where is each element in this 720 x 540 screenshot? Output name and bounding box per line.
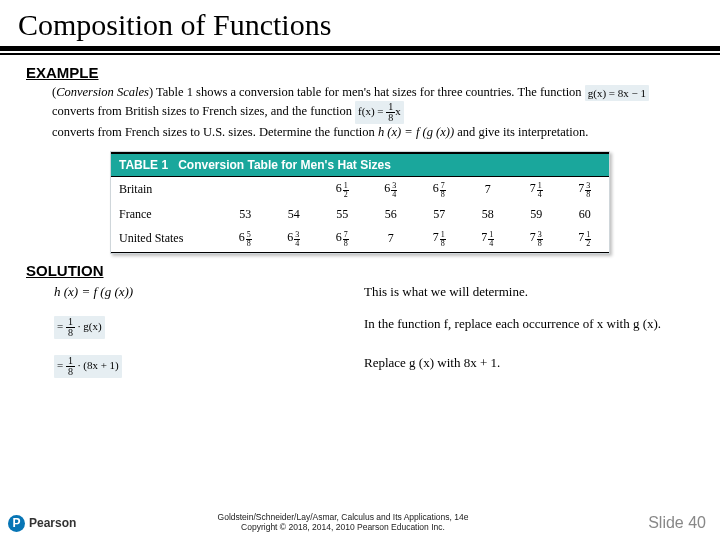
pearson-logo-icon: P bbox=[8, 515, 25, 532]
table-cell: 57 bbox=[415, 203, 464, 226]
table-cell: 59 bbox=[512, 203, 561, 226]
table-cell: 634 bbox=[270, 226, 319, 253]
solution-heading: SOLUTION bbox=[26, 262, 694, 279]
table-cell: 658 bbox=[221, 226, 270, 253]
table-cell: 58 bbox=[464, 203, 513, 226]
problem-tail: and give its interpretation. bbox=[454, 125, 588, 139]
table-caption: TABLE 1 Conversion Table for Men's Hat S… bbox=[111, 152, 609, 176]
title-rules bbox=[0, 46, 720, 56]
table-cell: 714 bbox=[464, 226, 513, 253]
table-cell: 678 bbox=[318, 226, 367, 253]
footer-citation: Goldstein/Schneider/Lay/Asmar, Calculus … bbox=[86, 513, 600, 533]
table-cell: 56 bbox=[367, 203, 416, 226]
row-label: Britain bbox=[111, 176, 221, 203]
table-cell: 60 bbox=[561, 203, 610, 226]
table-cell: 7 bbox=[464, 176, 513, 203]
page-title: Composition of Functions bbox=[18, 8, 702, 42]
table-cell: 718 bbox=[415, 226, 464, 253]
table-cell: 714 bbox=[512, 176, 561, 203]
solution-section: SOLUTION h (x) = f (g (x))This is what w… bbox=[26, 262, 694, 378]
solution-rhs: Replace g (x) with 8x + 1. bbox=[364, 355, 684, 378]
pearson-logo-word: Pearson bbox=[29, 516, 76, 530]
example-heading: EXAMPLE bbox=[26, 64, 694, 81]
table-cell: 53 bbox=[221, 203, 270, 226]
solution-lhs: h (x) = f (g (x)) bbox=[54, 284, 304, 300]
h-def: h (x) = f (g (x)) bbox=[378, 125, 454, 139]
table-cell: 612 bbox=[318, 176, 367, 203]
table-row: France5354555657585960 bbox=[111, 203, 609, 226]
solution-grid: h (x) = f (g (x))This is what we will de… bbox=[26, 282, 694, 378]
problem-post: converts from French sizes to U.S. sizes… bbox=[52, 125, 378, 139]
conversion-table: TABLE 1 Conversion Table for Men's Hat S… bbox=[110, 151, 610, 254]
f-equation: f(x) = 18x bbox=[355, 101, 404, 124]
problem-mid: converts from British sizes to French si… bbox=[52, 105, 355, 119]
pearson-logo: P Pearson bbox=[0, 506, 86, 540]
title-bar: Composition of Functions bbox=[0, 0, 720, 46]
problem-topic: Conversion Scales bbox=[56, 85, 149, 99]
slide: Composition of Functions EXAMPLE (Conver… bbox=[0, 0, 720, 540]
row-label: United States bbox=[111, 226, 221, 253]
solution-lhs: = 18 · (8x + 1) bbox=[54, 355, 304, 378]
table-cell: 678 bbox=[415, 176, 464, 203]
table-cell: 738 bbox=[512, 226, 561, 253]
table-cell: 55 bbox=[318, 203, 367, 226]
table-row: United States6586346787718714738712 bbox=[111, 226, 609, 253]
solution-rhs: This is what we will determine. bbox=[364, 284, 684, 300]
slide-number: Slide 40 bbox=[600, 514, 720, 532]
slide-body: EXAMPLE (Conversion Scales) Table 1 show… bbox=[0, 64, 720, 378]
table-cell: 634 bbox=[367, 176, 416, 203]
table-cell: 7 bbox=[367, 226, 416, 253]
problem-pre: ) Table 1 shows a conversion table for m… bbox=[149, 85, 585, 99]
g-equation: g(x) = 8x − 1 bbox=[585, 85, 649, 102]
problem-text: (Conversion Scales) Table 1 shows a conv… bbox=[26, 84, 694, 141]
row-label: France bbox=[111, 203, 221, 226]
table-cell: 54 bbox=[270, 203, 319, 226]
table-row: Britain6126346787714738 bbox=[111, 176, 609, 203]
table-cell: 738 bbox=[561, 176, 610, 203]
conversion-table-body: Britain6126346787714738France53545556575… bbox=[111, 176, 609, 253]
table-cell: 712 bbox=[561, 226, 610, 253]
footer: P Pearson Goldstein/Schneider/Lay/Asmar,… bbox=[0, 506, 720, 540]
solution-lhs: = 18 · g(x) bbox=[54, 316, 304, 339]
solution-rhs: In the function f, replace each occurren… bbox=[364, 316, 684, 339]
